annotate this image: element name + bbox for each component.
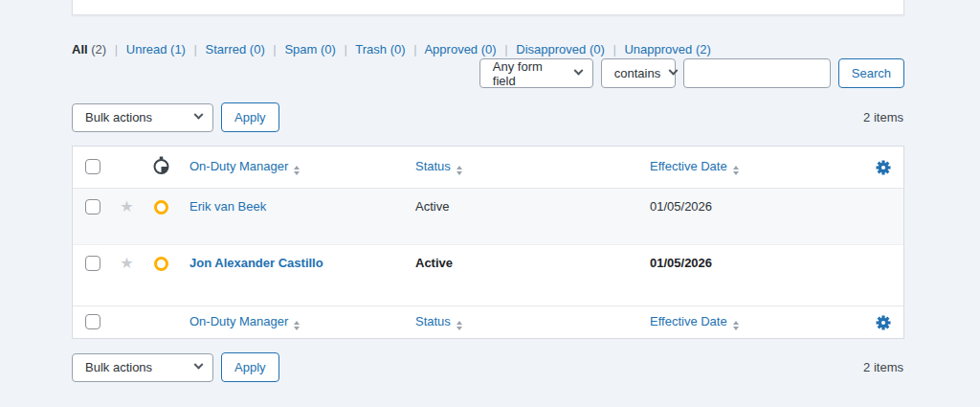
entry-date: 01/05/2026 [650,245,863,270]
search-operator-select[interactable]: contains [601,58,676,88]
column-header-date[interactable]: Effective Date [650,159,727,173]
chevron-down-icon [194,110,204,120]
filter-separator: | [612,42,615,57]
filter-spam[interactable]: Spam (0) [284,42,335,57]
column-footer-name[interactable]: On-Duty Manager [189,314,288,328]
column-header-name[interactable]: On-Duty Manager [189,159,288,173]
table-row: ★ Jon Alexander Castillo Active 01/05/20… [73,244,903,305]
apply-button-bottom[interactable]: Apply [221,352,279,382]
filter-separator: | [273,42,276,57]
select-all-checkbox-top[interactable] [85,159,100,174]
bulk-actions-bottom: Bulk actions Apply [72,352,279,382]
column-footer-date[interactable]: Effective Date [650,314,727,328]
search-input[interactable] [683,58,831,88]
approval-status-icon[interactable] [154,200,168,215]
bulk-actions-select-top[interactable]: Bulk actions [72,103,213,132]
sort-icon[interactable] [733,321,739,330]
entry-filter-bar: All (2) | Unread (1) | Starred (0) | Spa… [72,42,904,57]
previous-panel-edge [72,0,904,15]
column-footer-status[interactable]: Status [415,314,451,328]
entry-name-link[interactable]: Erik van Beek [189,199,266,214]
sort-icon[interactable] [294,321,300,330]
entry-status: Active [415,245,650,270]
chevron-down-icon [669,66,679,76]
filter-separator: | [344,42,346,57]
sort-icon[interactable] [733,166,739,175]
entry-name-link[interactable]: Jon Alexander Castillo [189,256,323,270]
filter-separator: | [194,42,197,57]
apply-button-top[interactable]: Apply [221,102,279,132]
entry-status: Active [415,189,650,214]
timer-icon[interactable] [151,155,171,176]
items-count-top: 2 items [863,110,903,124]
entry-search-bar: Any form field contains Search [479,58,904,88]
filter-approved[interactable]: Approved (0) [424,42,496,57]
bulk-actions-top: Bulk actions Apply [72,102,279,132]
sort-icon[interactable] [294,166,300,175]
filter-starred[interactable]: Starred (0) [206,42,265,57]
approval-status-icon[interactable] [154,257,168,271]
filter-all[interactable]: All (2) [72,42,106,57]
filter-separator: | [115,42,118,57]
table-row: ★ Erik van Beek Active 01/05/2026 [73,189,903,244]
chevron-down-icon [573,66,583,76]
filter-disapproved[interactable]: Disapproved (0) [516,42,605,57]
entry-date: 01/05/2026 [650,189,863,214]
gear-icon[interactable] [875,314,892,331]
filter-unapproved[interactable]: Unapproved (2) [624,42,710,57]
entries-table: On-Duty Manager Status Effective Date [72,146,904,339]
search-field-select[interactable]: Any form field [479,58,593,88]
table-footer-row: On-Duty Manager Status Effective Date [73,305,903,338]
row-checkbox[interactable] [85,199,100,215]
bulk-actions-select-bottom[interactable]: Bulk actions [72,353,213,382]
star-icon[interactable]: ★ [120,199,133,215]
gear-icon[interactable] [875,159,892,176]
table-header-row: On-Duty Manager Status Effective Date [73,147,903,189]
sort-icon[interactable] [457,166,462,175]
filter-separator: | [504,42,507,57]
row-checkbox[interactable] [85,256,100,271]
filter-trash[interactable]: Trash (0) [355,42,405,57]
star-icon[interactable]: ★ [120,256,133,271]
filter-separator: | [413,42,416,57]
sort-icon[interactable] [457,321,462,330]
filter-unread[interactable]: Unread (1) [126,42,186,57]
items-count-bottom: 2 items [863,360,903,374]
search-button[interactable]: Search [838,58,904,88]
column-header-status[interactable]: Status [415,159,451,173]
chevron-down-icon [194,360,204,370]
select-all-checkbox-bottom[interactable] [85,314,100,329]
